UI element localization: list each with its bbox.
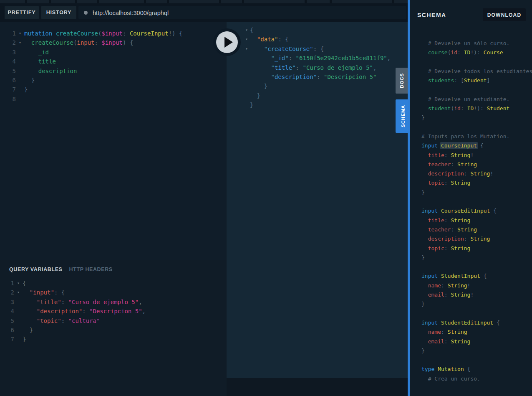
tab-http-headers[interactable]: HTTP HEADERS — [69, 267, 113, 272]
fold-gutter — [16, 48, 24, 57]
tab-separator — [219, 0, 221, 3]
tab-separator — [144, 0, 146, 3]
code-line: title: String — [421, 216, 532, 225]
download-schema-button[interactable]: DOWNLOAD — [483, 8, 526, 21]
schema-panel-title: SCHEMA — [417, 12, 446, 18]
code-text: # Devuelve un estudiante. — [421, 95, 509, 104]
code-text: course(id: ID!): Course — [421, 48, 503, 57]
code-line — [421, 123, 532, 132]
code-line: input CourseEditInput { — [421, 206, 532, 216]
fold-gutter — [16, 57, 24, 66]
code-line: type Mutation { — [421, 365, 532, 374]
code-text: title: String! — [421, 151, 474, 160]
code-text: } — [250, 91, 260, 100]
line-number: 8 — [6, 94, 16, 104]
tab-separator — [392, 0, 394, 3]
fold-arrow-icon[interactable]: ▾ — [16, 38, 24, 47]
code-line: } — [421, 113, 532, 122]
tab-query-variables[interactable]: QUERY VARIABLES — [9, 267, 63, 272]
code-text: "_id": "6150f5e2942ceb1b5ce811f9", — [250, 53, 391, 63]
fold-arrow-icon[interactable]: ▾ — [14, 288, 23, 297]
code-text: name: String — [421, 327, 467, 337]
code-text: } — [250, 100, 253, 109]
fold-gutter — [243, 81, 250, 91]
endpoint-status-dot-icon — [84, 11, 88, 15]
endpoint-url-input[interactable] — [92, 6, 402, 20]
variables-editor[interactable]: 1▾{2▾ "input": {3 "title": "Curso de eje… — [4, 279, 146, 344]
code-line: topic: String — [421, 244, 532, 253]
query-editor[interactable]: 1▾mutation createCourse($input: CourseIn… — [6, 29, 182, 104]
code-line: ▾{ — [227, 25, 391, 35]
code-line: 7} — [6, 85, 182, 94]
fold-arrow-icon[interactable]: ▾ — [14, 279, 23, 288]
code-line: 2▾ createCourse(input: $input) { — [6, 38, 182, 47]
code-text: "createCourse": { — [250, 44, 324, 53]
code-line: 6 } — [6, 76, 182, 85]
code-line: teacher: String — [421, 225, 532, 234]
code-line: name: String — [421, 327, 532, 337]
code-line: 3 "title": "Curso de ejemplo 5", — [4, 297, 146, 307]
fold-arrow-icon[interactable]: ▾ — [243, 25, 250, 35]
code-text: "topic": "cultura" — [23, 316, 100, 325]
code-text: } — [421, 188, 425, 197]
code-line: name: String! — [421, 281, 532, 290]
code-line: email: String — [421, 337, 532, 346]
code-line — [421, 309, 532, 318]
code-text: } — [23, 325, 33, 335]
code-text: description: String! — [421, 169, 493, 178]
code-text: } — [421, 253, 425, 262]
code-text: type Mutation { — [421, 365, 470, 374]
tab-docs[interactable]: DOCS — [396, 68, 408, 94]
fold-arrow-icon[interactable]: ▾ — [16, 29, 24, 38]
prettify-button[interactable]: PRETTIFY — [5, 6, 39, 19]
code-text: } — [24, 85, 28, 94]
code-line — [421, 85, 532, 94]
code-line: input CourseInput { — [421, 141, 532, 150]
line-number: 1 — [4, 279, 14, 288]
code-line: ▾ "data": { — [227, 35, 391, 44]
code-text: } — [421, 346, 425, 355]
code-text: description — [24, 66, 77, 76]
line-number: 1 — [6, 29, 16, 38]
fold-gutter — [16, 76, 24, 85]
code-line: 2▾ "input": { — [4, 288, 146, 297]
code-line: 1▾{ — [4, 279, 146, 288]
code-line: student(id: ID!): Student — [421, 104, 532, 113]
fold-arrow-icon[interactable]: ▾ — [243, 44, 250, 53]
code-line — [421, 197, 532, 206]
code-text: "data": { — [250, 35, 289, 44]
schema-tab-label: SCHEMA — [401, 105, 406, 127]
code-text: "title": "Curso de ejemplo 5", — [23, 297, 142, 307]
code-line: # Devuelve todos los estudiantes. — [421, 67, 532, 76]
code-line: "title": "Curso de ejemplo 5", — [227, 63, 391, 72]
code-line: students: [Student] — [421, 76, 532, 85]
code-text: input StudentEditInput { — [421, 318, 500, 327]
code-line: title: String! — [421, 151, 532, 160]
code-line — [421, 58, 532, 67]
code-line: 5 description — [6, 66, 182, 76]
line-number: 5 — [4, 316, 14, 325]
code-text: } — [421, 300, 425, 309]
tab-separator — [330, 0, 332, 3]
line-number: 6 — [6, 76, 16, 85]
fold-arrow-icon[interactable]: ▾ — [243, 35, 250, 44]
code-text: } — [250, 81, 267, 91]
code-line: 4 "description": "Descripcion 5", — [4, 307, 146, 316]
code-text: mutation createCourse($input: CourseInpu… — [24, 29, 182, 38]
line-number: 4 — [6, 57, 16, 66]
line-number: 2 — [4, 288, 14, 297]
line-number: 2 — [6, 38, 16, 47]
history-button[interactable]: HISTORY — [41, 6, 76, 19]
code-line: 4 title — [6, 57, 182, 66]
code-line: input StudentInput { — [421, 272, 532, 281]
code-line: topic: String — [421, 178, 532, 188]
code-line: 5 "topic": "cultura" — [4, 316, 146, 325]
code-line: "_id": "6150f5e2942ceb1b5ce811f9", — [227, 53, 391, 63]
execute-query-button[interactable] — [213, 28, 241, 56]
fold-gutter — [243, 100, 250, 109]
line-number: 7 — [6, 85, 16, 94]
code-line: course(id: ID!): Course — [421, 48, 532, 57]
code-line: } — [227, 100, 391, 109]
fold-gutter — [14, 297, 23, 307]
fold-gutter — [243, 63, 250, 72]
